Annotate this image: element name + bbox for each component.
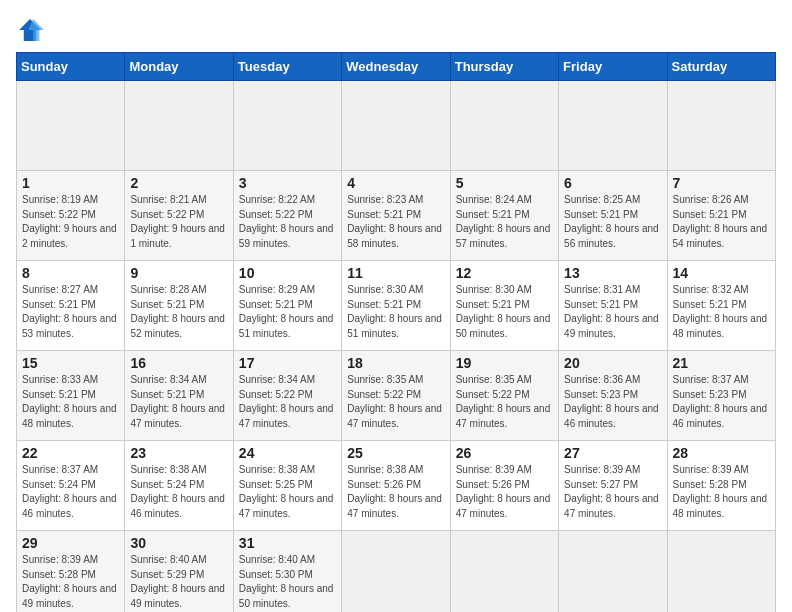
calendar-cell: 19Sunrise: 8:35 AM Sunset: 5:22 PM Dayli…	[450, 351, 558, 441]
day-info: Sunrise: 8:40 AM Sunset: 5:30 PM Dayligh…	[239, 553, 336, 611]
calendar-cell: 28Sunrise: 8:39 AM Sunset: 5:28 PM Dayli…	[667, 441, 775, 531]
calendar-week-row: 22Sunrise: 8:37 AM Sunset: 5:24 PM Dayli…	[17, 441, 776, 531]
weekday-header-saturday: Saturday	[667, 53, 775, 81]
calendar-cell: 31Sunrise: 8:40 AM Sunset: 5:30 PM Dayli…	[233, 531, 341, 613]
day-number: 12	[456, 265, 553, 281]
day-info: Sunrise: 8:28 AM Sunset: 5:21 PM Dayligh…	[130, 283, 227, 341]
calendar-week-row	[17, 81, 776, 171]
day-info: Sunrise: 8:37 AM Sunset: 5:23 PM Dayligh…	[673, 373, 770, 431]
calendar-cell	[342, 81, 450, 171]
calendar-cell: 27Sunrise: 8:39 AM Sunset: 5:27 PM Dayli…	[559, 441, 667, 531]
calendar-cell: 21Sunrise: 8:37 AM Sunset: 5:23 PM Dayli…	[667, 351, 775, 441]
day-number: 23	[130, 445, 227, 461]
calendar-cell	[342, 531, 450, 613]
calendar-cell: 18Sunrise: 8:35 AM Sunset: 5:22 PM Dayli…	[342, 351, 450, 441]
calendar-cell: 26Sunrise: 8:39 AM Sunset: 5:26 PM Dayli…	[450, 441, 558, 531]
calendar-cell: 15Sunrise: 8:33 AM Sunset: 5:21 PM Dayli…	[17, 351, 125, 441]
weekday-header-wednesday: Wednesday	[342, 53, 450, 81]
day-number: 1	[22, 175, 119, 191]
calendar-cell: 11Sunrise: 8:30 AM Sunset: 5:21 PM Dayli…	[342, 261, 450, 351]
calendar-cell: 4Sunrise: 8:23 AM Sunset: 5:21 PM Daylig…	[342, 171, 450, 261]
day-number: 15	[22, 355, 119, 371]
calendar-cell: 16Sunrise: 8:34 AM Sunset: 5:21 PM Dayli…	[125, 351, 233, 441]
day-number: 6	[564, 175, 661, 191]
day-number: 18	[347, 355, 444, 371]
day-number: 21	[673, 355, 770, 371]
day-info: Sunrise: 8:40 AM Sunset: 5:29 PM Dayligh…	[130, 553, 227, 611]
header-row: SundayMondayTuesdayWednesdayThursdayFrid…	[17, 53, 776, 81]
calendar-cell: 3Sunrise: 8:22 AM Sunset: 5:22 PM Daylig…	[233, 171, 341, 261]
day-number: 16	[130, 355, 227, 371]
day-info: Sunrise: 8:39 AM Sunset: 5:28 PM Dayligh…	[673, 463, 770, 521]
calendar-cell	[559, 531, 667, 613]
day-number: 19	[456, 355, 553, 371]
day-number: 29	[22, 535, 119, 551]
day-number: 17	[239, 355, 336, 371]
day-info: Sunrise: 8:29 AM Sunset: 5:21 PM Dayligh…	[239, 283, 336, 341]
calendar-cell: 5Sunrise: 8:24 AM Sunset: 5:21 PM Daylig…	[450, 171, 558, 261]
day-number: 11	[347, 265, 444, 281]
page-header	[16, 16, 776, 44]
day-info: Sunrise: 8:19 AM Sunset: 5:22 PM Dayligh…	[22, 193, 119, 251]
day-number: 14	[673, 265, 770, 281]
calendar-cell	[559, 81, 667, 171]
day-info: Sunrise: 8:26 AM Sunset: 5:21 PM Dayligh…	[673, 193, 770, 251]
day-info: Sunrise: 8:39 AM Sunset: 5:28 PM Dayligh…	[22, 553, 119, 611]
calendar-cell: 24Sunrise: 8:38 AM Sunset: 5:25 PM Dayli…	[233, 441, 341, 531]
calendar-cell: 17Sunrise: 8:34 AM Sunset: 5:22 PM Dayli…	[233, 351, 341, 441]
calendar-cell: 30Sunrise: 8:40 AM Sunset: 5:29 PM Dayli…	[125, 531, 233, 613]
day-info: Sunrise: 8:31 AM Sunset: 5:21 PM Dayligh…	[564, 283, 661, 341]
day-number: 26	[456, 445, 553, 461]
day-info: Sunrise: 8:34 AM Sunset: 5:22 PM Dayligh…	[239, 373, 336, 431]
day-number: 28	[673, 445, 770, 461]
calendar-week-row: 29Sunrise: 8:39 AM Sunset: 5:28 PM Dayli…	[17, 531, 776, 613]
calendar-cell: 1Sunrise: 8:19 AM Sunset: 5:22 PM Daylig…	[17, 171, 125, 261]
calendar-cell: 9Sunrise: 8:28 AM Sunset: 5:21 PM Daylig…	[125, 261, 233, 351]
calendar-cell: 7Sunrise: 8:26 AM Sunset: 5:21 PM Daylig…	[667, 171, 775, 261]
day-info: Sunrise: 8:35 AM Sunset: 5:22 PM Dayligh…	[347, 373, 444, 431]
calendar-cell: 23Sunrise: 8:38 AM Sunset: 5:24 PM Dayli…	[125, 441, 233, 531]
day-info: Sunrise: 8:34 AM Sunset: 5:21 PM Dayligh…	[130, 373, 227, 431]
calendar-cell: 20Sunrise: 8:36 AM Sunset: 5:23 PM Dayli…	[559, 351, 667, 441]
calendar-cell: 22Sunrise: 8:37 AM Sunset: 5:24 PM Dayli…	[17, 441, 125, 531]
logo-icon	[16, 16, 44, 44]
day-info: Sunrise: 8:30 AM Sunset: 5:21 PM Dayligh…	[456, 283, 553, 341]
day-info: Sunrise: 8:39 AM Sunset: 5:26 PM Dayligh…	[456, 463, 553, 521]
calendar-header: SundayMondayTuesdayWednesdayThursdayFrid…	[17, 53, 776, 81]
day-number: 4	[347, 175, 444, 191]
calendar-cell: 8Sunrise: 8:27 AM Sunset: 5:21 PM Daylig…	[17, 261, 125, 351]
calendar-cell: 2Sunrise: 8:21 AM Sunset: 5:22 PM Daylig…	[125, 171, 233, 261]
calendar-cell	[450, 531, 558, 613]
day-info: Sunrise: 8:21 AM Sunset: 5:22 PM Dayligh…	[130, 193, 227, 251]
calendar-cell	[450, 81, 558, 171]
day-info: Sunrise: 8:38 AM Sunset: 5:26 PM Dayligh…	[347, 463, 444, 521]
day-info: Sunrise: 8:37 AM Sunset: 5:24 PM Dayligh…	[22, 463, 119, 521]
calendar-table: SundayMondayTuesdayWednesdayThursdayFrid…	[16, 52, 776, 612]
day-number: 8	[22, 265, 119, 281]
day-number: 13	[564, 265, 661, 281]
day-info: Sunrise: 8:38 AM Sunset: 5:24 PM Dayligh…	[130, 463, 227, 521]
day-info: Sunrise: 8:25 AM Sunset: 5:21 PM Dayligh…	[564, 193, 661, 251]
day-number: 31	[239, 535, 336, 551]
day-info: Sunrise: 8:23 AM Sunset: 5:21 PM Dayligh…	[347, 193, 444, 251]
calendar-cell: 6Sunrise: 8:25 AM Sunset: 5:21 PM Daylig…	[559, 171, 667, 261]
weekday-header-sunday: Sunday	[17, 53, 125, 81]
day-info: Sunrise: 8:24 AM Sunset: 5:21 PM Dayligh…	[456, 193, 553, 251]
day-number: 24	[239, 445, 336, 461]
day-number: 27	[564, 445, 661, 461]
calendar-cell: 25Sunrise: 8:38 AM Sunset: 5:26 PM Dayli…	[342, 441, 450, 531]
weekday-header-thursday: Thursday	[450, 53, 558, 81]
calendar-cell	[233, 81, 341, 171]
day-number: 25	[347, 445, 444, 461]
day-number: 22	[22, 445, 119, 461]
calendar-body: 1Sunrise: 8:19 AM Sunset: 5:22 PM Daylig…	[17, 81, 776, 613]
calendar-week-row: 8Sunrise: 8:27 AM Sunset: 5:21 PM Daylig…	[17, 261, 776, 351]
day-number: 2	[130, 175, 227, 191]
day-number: 30	[130, 535, 227, 551]
day-info: Sunrise: 8:22 AM Sunset: 5:22 PM Dayligh…	[239, 193, 336, 251]
day-info: Sunrise: 8:38 AM Sunset: 5:25 PM Dayligh…	[239, 463, 336, 521]
calendar-cell: 14Sunrise: 8:32 AM Sunset: 5:21 PM Dayli…	[667, 261, 775, 351]
day-info: Sunrise: 8:36 AM Sunset: 5:23 PM Dayligh…	[564, 373, 661, 431]
day-number: 3	[239, 175, 336, 191]
day-info: Sunrise: 8:32 AM Sunset: 5:21 PM Dayligh…	[673, 283, 770, 341]
